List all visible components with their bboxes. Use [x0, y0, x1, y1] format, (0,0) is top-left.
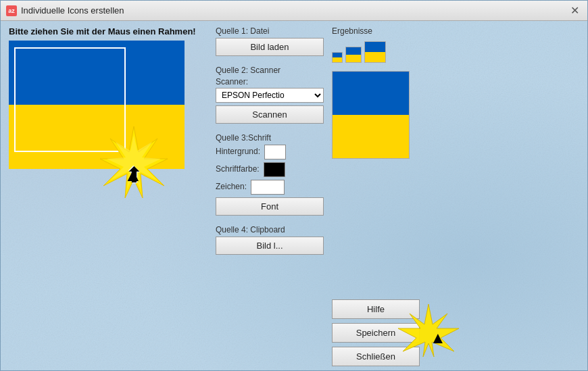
left-panel: Bitte ziehen Sie mit der Maus einen Rahm…	[9, 26, 205, 366]
clipboard-button[interactable]: Bild l...	[216, 237, 324, 255]
right-panel: Quelle 1: Datei Bild laden Quelle 2: Sca…	[216, 26, 579, 366]
burst-effect: ⬆ ▲	[97, 125, 171, 201]
titlebar: az Individuelle Icons erstellen ✕	[1, 1, 587, 21]
schriftfarbe-row: Schriftfarbe:	[216, 162, 324, 177]
scanner-select-wrap: EPSON Perfectio	[216, 88, 324, 103]
large-flag-bottom	[333, 115, 409, 158]
app-icon: az	[6, 5, 17, 16]
close-button[interactable]: ✕	[567, 3, 582, 18]
schliessen-button[interactable]: Schließen	[332, 347, 420, 366]
schriftfarbe-color-box[interactable]	[264, 162, 285, 177]
instruction-text: Bitte ziehen Sie mit der Maus einen Rahm…	[9, 26, 205, 36]
bild-laden-button[interactable]: Bild laden	[216, 38, 324, 56]
scannen-button[interactable]: Scannen	[216, 105, 324, 124]
quelle4-label: Quelle 4: Clipboard	[216, 225, 324, 234]
zeichen-label: Zeichen:	[216, 182, 247, 191]
ergebnisse-label: Ergebnisse	[332, 26, 420, 36]
quelle2-section: Quelle 2: Scanner Scanner: EPSON Perfect…	[216, 66, 324, 124]
large-flag-top	[333, 72, 409, 115]
preview-medium	[345, 47, 362, 63]
zeichen-input[interactable]	[251, 180, 285, 195]
quelle3-section: Quelle 3:Schrift Hintergrund: Schriftfar…	[216, 133, 324, 216]
zeichen-row: Zeichen:	[216, 180, 324, 195]
icon-previews	[332, 41, 420, 63]
quelle2-label: Quelle 2: Scanner	[216, 66, 324, 75]
large-preview	[332, 71, 410, 159]
image-area[interactable]: ⬆ ▲	[9, 41, 188, 196]
preview-small	[332, 52, 343, 63]
window-title: Individuelle Icons erstellen	[21, 5, 567, 16]
mini-flag-bottom-lg	[365, 52, 385, 62]
quelle1-section: Quelle 1: Datei Bild laden	[216, 26, 324, 56]
mini-flag-top-md	[346, 47, 361, 55]
quelle3-label: Quelle 3:Schrift	[216, 133, 324, 143]
content-area: Bitte ziehen Sie mit der Maus einen Rahm…	[1, 21, 587, 371]
hintergrund-row: Hintergrund:	[216, 145, 324, 159]
far-right-panel: Ergebnisse	[332, 26, 420, 366]
flag-blue	[9, 41, 185, 105]
mini-flag-top-sm	[333, 53, 342, 57]
scanner-select[interactable]: EPSON Perfectio	[216, 88, 324, 103]
mini-flag-bottom-sm	[333, 57, 342, 62]
main-window: az Individuelle Icons erstellen ✕ Bitte …	[0, 0, 588, 371]
hintergrund-color-box[interactable]	[264, 145, 286, 159]
scanner-label: Scanner:	[216, 77, 324, 86]
mini-flag-bottom-md	[346, 55, 361, 62]
hilfe-button[interactable]: Hilfe	[332, 299, 420, 319]
hintergrund-label: Hintergrund:	[216, 147, 260, 156]
cursor-arrow: ▲	[124, 164, 143, 186]
font-button[interactable]: Font	[216, 197, 324, 216]
center-panel: Quelle 1: Datei Bild laden Quelle 2: Sca…	[216, 26, 324, 366]
quelle1-label: Quelle 1: Datei	[216, 26, 324, 36]
schriftfarbe-label: Schriftfarbe:	[216, 164, 260, 174]
mini-flag-top-lg	[365, 42, 385, 52]
quelle4-section: Quelle 4: Clipboard Bild l...	[216, 225, 324, 255]
preview-large-small	[364, 41, 386, 63]
action-buttons: Hilfe Speichern Schließen	[332, 299, 420, 366]
speichern-button[interactable]: Speichern	[332, 323, 420, 343]
